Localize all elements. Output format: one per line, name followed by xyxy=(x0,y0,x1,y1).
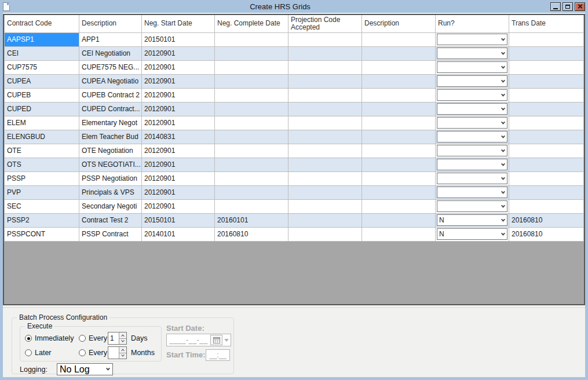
cell-neg_complete_date[interactable] xyxy=(215,199,288,213)
cell-description[interactable]: Elementary Negot xyxy=(79,116,142,130)
cell-projection_code[interactable] xyxy=(288,74,362,88)
cell-projection_code[interactable] xyxy=(288,144,362,158)
run-combobox[interactable] xyxy=(437,117,507,129)
cell-run[interactable] xyxy=(436,74,509,88)
cell-contract_code[interactable]: OTS xyxy=(5,158,79,171)
cell-neg_complete_date[interactable] xyxy=(215,130,288,144)
radio-every-days[interactable] xyxy=(79,335,86,342)
cell-projection_code[interactable] xyxy=(288,213,362,227)
cell-description2[interactable] xyxy=(362,116,436,130)
run-combobox[interactable] xyxy=(437,34,507,45)
run-combobox[interactable] xyxy=(437,89,507,101)
cell-contract_code[interactable]: ELEM xyxy=(5,116,79,130)
cell-description2[interactable] xyxy=(362,32,436,46)
cell-projection_code[interactable] xyxy=(288,130,362,144)
run-combobox[interactable] xyxy=(437,145,507,156)
months-spin-up-button[interactable] xyxy=(119,347,126,353)
cell-contract_code[interactable]: CEI xyxy=(5,46,79,60)
cell-run[interactable] xyxy=(436,46,509,60)
cell-contract_code[interactable]: CUP7575 xyxy=(5,60,79,74)
cell-contract_code[interactable]: CUPEB xyxy=(5,88,79,102)
cell-trans_date[interactable] xyxy=(509,144,584,158)
cell-neg_complete_date[interactable]: 20160101 xyxy=(215,213,288,227)
cell-neg_start_date[interactable]: 20120901 xyxy=(142,102,215,116)
cell-neg_start_date[interactable]: 20120901 xyxy=(142,171,215,185)
cell-contract_code[interactable]: CUPED xyxy=(5,102,79,116)
cell-trans_date[interactable] xyxy=(509,185,584,199)
months-stepper[interactable] xyxy=(108,346,127,359)
cell-description2[interactable] xyxy=(362,88,436,102)
cell-contract_code[interactable]: ELENGBUD xyxy=(5,130,79,144)
cell-contract_code[interactable]: SEC xyxy=(5,199,79,213)
cell-description[interactable]: CEI Negotiation xyxy=(79,46,142,60)
cell-description2[interactable] xyxy=(362,60,436,74)
cell-description2[interactable] xyxy=(362,158,436,171)
cell-neg_complete_date[interactable]: 20160810 xyxy=(215,227,288,241)
radio-later[interactable] xyxy=(25,349,32,356)
cell-contract_code[interactable]: AAPSP1 xyxy=(5,32,79,46)
cell-description2[interactable] xyxy=(362,144,436,158)
cell-neg_start_date[interactable]: 20150101 xyxy=(142,213,215,227)
radio-every-months[interactable] xyxy=(79,349,86,356)
logging-dropdown[interactable]: No Log xyxy=(57,363,113,375)
cell-projection_code[interactable] xyxy=(288,227,362,241)
cell-run[interactable] xyxy=(436,88,509,102)
days-spin-down-button[interactable] xyxy=(119,339,126,345)
cell-description[interactable]: Elem Teacher Bud xyxy=(79,130,142,144)
cell-neg_start_date[interactable]: 20120901 xyxy=(142,199,215,213)
run-combobox[interactable]: N xyxy=(437,214,507,226)
cell-projection_code[interactable] xyxy=(288,185,362,199)
cell-contract_code[interactable]: PSSP2 xyxy=(5,213,79,227)
cell-description2[interactable] xyxy=(362,227,436,241)
run-combobox[interactable] xyxy=(437,187,507,198)
minimize-button[interactable] xyxy=(550,2,561,11)
cell-neg_complete_date[interactable] xyxy=(215,32,288,46)
cell-trans_date[interactable] xyxy=(509,102,584,116)
cell-trans_date[interactable]: 20160810 xyxy=(509,213,584,227)
cell-projection_code[interactable] xyxy=(288,102,362,116)
cell-contract_code[interactable]: OTE xyxy=(5,144,79,158)
cell-run[interactable] xyxy=(436,60,509,74)
maximize-button[interactable] xyxy=(563,2,573,11)
days-stepper[interactable]: 1 xyxy=(108,332,127,345)
days-spin-up-button[interactable] xyxy=(119,332,126,339)
close-button[interactable] xyxy=(575,2,585,11)
cell-projection_code[interactable] xyxy=(288,199,362,213)
cell-description[interactable]: Principals & VPS xyxy=(79,185,142,199)
cell-description2[interactable] xyxy=(362,213,436,227)
cell-run[interactable] xyxy=(436,116,509,130)
cell-neg_start_date[interactable]: 20140831 xyxy=(142,130,215,144)
cell-neg_start_date[interactable]: 20120901 xyxy=(142,74,215,88)
cell-description2[interactable] xyxy=(362,130,436,144)
cell-neg_start_date[interactable]: 20120901 xyxy=(142,144,215,158)
cell-projection_code[interactable] xyxy=(288,171,362,185)
run-combobox[interactable] xyxy=(437,173,507,184)
months-spin-down-button[interactable] xyxy=(119,353,126,359)
cell-neg_complete_date[interactable] xyxy=(215,171,288,185)
cell-neg_start_date[interactable]: 20120901 xyxy=(142,185,215,199)
cell-run[interactable] xyxy=(436,102,509,116)
cell-projection_code[interactable] xyxy=(288,116,362,130)
cell-contract_code[interactable]: PSSP xyxy=(5,171,79,185)
run-combobox[interactable] xyxy=(437,61,507,73)
cell-neg_start_date[interactable]: 20140101 xyxy=(142,227,215,241)
cell-neg_complete_date[interactable] xyxy=(215,116,288,130)
cell-neg_complete_date[interactable] xyxy=(215,158,288,171)
cell-neg_start_date[interactable]: 20120901 xyxy=(142,88,215,102)
cell-neg_start_date[interactable]: 20120901 xyxy=(142,116,215,130)
cell-contract_code[interactable]: CUPEA xyxy=(5,74,79,88)
cell-trans_date[interactable] xyxy=(509,60,584,74)
cell-neg_complete_date[interactable] xyxy=(215,60,288,74)
cell-run[interactable] xyxy=(436,158,509,171)
cell-description[interactable]: CUPEA Negotiatio xyxy=(79,74,142,88)
cell-projection_code[interactable] xyxy=(288,88,362,102)
cell-contract_code[interactable]: PSSPCONT xyxy=(5,227,79,241)
cell-description2[interactable] xyxy=(362,102,436,116)
run-combobox[interactable] xyxy=(437,159,507,170)
run-combobox[interactable]: N xyxy=(437,228,507,240)
cell-projection_code[interactable] xyxy=(288,46,362,60)
run-combobox[interactable] xyxy=(437,75,507,87)
cell-neg_complete_date[interactable] xyxy=(215,185,288,199)
cell-description2[interactable] xyxy=(362,199,436,213)
cell-trans_date[interactable]: 20160810 xyxy=(509,227,584,241)
